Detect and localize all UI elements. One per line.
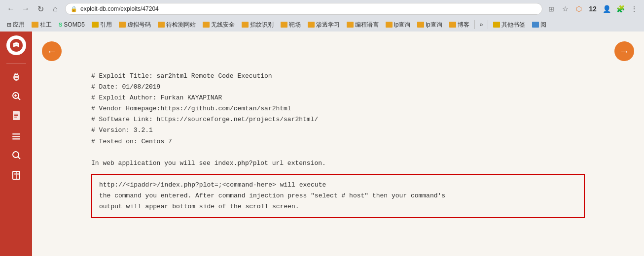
exploit-content: # Exploit Title: sar2html Remote Code Ex…: [32, 32, 644, 256]
sidebar-item-search2[interactable]: [6, 146, 26, 164]
document-icon: [11, 110, 21, 121]
bookmark-folder-icon: [242, 22, 249, 28]
somd5-icon: S: [59, 22, 62, 28]
url-text: exploit-db.com/exploits/47204: [80, 5, 159, 12]
bookmark-button[interactable]: ☆: [559, 3, 571, 15]
sidebar-item-bug[interactable]: [6, 67, 26, 85]
bookmark-programming[interactable]: 编程语言: [344, 20, 382, 30]
sidebar-item-document[interactable]: [6, 107, 26, 125]
bookmark-folder-icon: [347, 22, 354, 28]
bookmark-somd5-label: SOMD5: [64, 21, 85, 28]
svg-rect-16: [12, 136, 20, 137]
bookmark-blog-label: 博客: [458, 21, 469, 29]
bookmark-social[interactable]: 社工: [29, 20, 55, 30]
command-injection-box: http://<ipaddr>/index.php?plot=;<command…: [91, 174, 585, 218]
layers-icon: [11, 130, 22, 141]
back-button[interactable]: ←: [4, 2, 18, 16]
bookmark-virtual-label: 虚拟号码: [127, 21, 151, 29]
svg-rect-13: [14, 115, 18, 116]
svg-rect-3: [15, 77, 18, 77]
exploit-code-block: # Exploit Title: sar2html Remote Code Ex…: [91, 71, 585, 169]
bookmark-folder-icon: [119, 22, 126, 28]
bookmark-folder-icon: [203, 22, 210, 28]
bookmark-somd5[interactable]: S SOMD5: [56, 20, 88, 29]
bookmark-divider: [474, 20, 475, 29]
svg-rect-12: [14, 114, 18, 115]
profile-button[interactable]: 👤: [601, 3, 612, 15]
bookmark-ip[interactable]: ip查询: [414, 20, 445, 30]
book-icon: [11, 169, 22, 180]
bookmark-apps-label: 应用: [13, 21, 25, 29]
svg-rect-15: [12, 133, 20, 135]
bookmark-wireless[interactable]: 无线安全: [200, 20, 238, 30]
svg-rect-4: [15, 78, 18, 79]
bookmark-pentest[interactable]: 渗透学习: [305, 20, 343, 30]
apps-icon: ⊞: [7, 22, 11, 28]
lock-icon: 🔒: [71, 6, 77, 12]
bookmark-read[interactable]: 阅: [529, 20, 549, 30]
bookmark-folder-icon: [417, 22, 424, 28]
sidebar-divider: [6, 63, 26, 64]
bookmark-pending[interactable]: 待检测网站: [155, 20, 199, 30]
sidebar-logo[interactable]: [6, 35, 26, 55]
nav-right-button[interactable]: →: [614, 41, 634, 61]
bookmark-blog[interactable]: 博客: [446, 20, 472, 30]
content-area: ← → # Exploit Title: sar2html Remote Cod…: [32, 32, 644, 256]
bookmark-others-label: 其他书签: [501, 21, 525, 29]
refresh-button[interactable]: ↻: [34, 2, 47, 16]
search-magnify-icon: [11, 91, 22, 101]
extension1-button[interactable]: ⬡: [573, 3, 585, 15]
svg-rect-2: [15, 75, 18, 76]
svg-line-8: [18, 98, 20, 100]
bookmark-virtual[interactable]: 虚拟号码: [116, 20, 154, 30]
main-layout: ← → # Exploit Title: sar2html Remote Cod…: [0, 32, 644, 256]
bookmark-folder-icon: [386, 22, 393, 28]
address-bar[interactable]: 🔒 exploit-db.com/exploits/47204: [65, 3, 542, 15]
bug-icon: [11, 71, 22, 82]
bookmark-ref[interactable]: 引用: [89, 20, 115, 30]
browser-actions: ⊞ ☆ ⬡ 12 👤 🧩 ⋮: [545, 3, 640, 15]
bookmark-folder-icon: [281, 22, 287, 28]
bookmark-ref-label: 引用: [100, 21, 112, 29]
bookmark-more[interactable]: »: [477, 20, 486, 29]
bookmark-ip-label: ip查询: [426, 21, 442, 29]
bookmark-pending-label: 待检测网站: [166, 21, 196, 29]
bookmark-others[interactable]: 其他书签: [490, 20, 528, 30]
bookmark-apps[interactable]: ⊞ 应用: [4, 20, 28, 30]
bookmark-folder-icon: [493, 22, 500, 28]
bookmark-range[interactable]: 靶场: [278, 20, 304, 30]
bookmark-read-label: 阅: [540, 21, 546, 29]
bookmark-pentest-label: 渗透学习: [316, 21, 340, 29]
bookmark-folder-icon: [308, 22, 315, 28]
nav-left-button[interactable]: ←: [42, 41, 62, 61]
svg-rect-17: [12, 138, 20, 140]
forward-button[interactable]: →: [19, 2, 33, 16]
menu-button[interactable]: ⋮: [628, 3, 640, 15]
extension3-button[interactable]: 🧩: [614, 3, 626, 15]
browser-top-bar: ← → ↻ ⌂ 🔒 exploit-db.com/exploits/47204 …: [0, 0, 644, 18]
sidebar: [0, 32, 32, 256]
svg-point-18: [13, 152, 19, 158]
bookmark-other-label: ip查询: [394, 21, 410, 29]
bookmark-folder-icon: [158, 22, 165, 28]
bookmark-folder-icon: [32, 22, 38, 28]
bookmark-fingerprint[interactable]: 指纹识别: [239, 20, 277, 30]
home-button[interactable]: ⌂: [48, 2, 62, 16]
bookmark-range-label: 靶场: [289, 21, 301, 29]
bookmark-fingerprint-label: 指纹识别: [250, 21, 274, 29]
svg-point-6: [16, 73, 18, 75]
svg-rect-14: [14, 117, 17, 118]
nav-buttons: ← → ↻ ⌂: [4, 2, 62, 16]
exploit-db-logo: [9, 38, 23, 52]
bookmarks-bar: ⊞ 应用 社工 S SOMD5 引用 虚拟号码 待检测网站 无线安全: [0, 18, 644, 32]
bookmark-other[interactable]: ip查询: [383, 20, 413, 30]
screenshot-button[interactable]: ⊞: [545, 3, 557, 15]
bookmark-wireless-label: 无线安全: [211, 21, 235, 29]
extension2-button[interactable]: 12: [587, 3, 599, 15]
search2-icon: [11, 150, 22, 160]
bookmark-programming-label: 编程语言: [355, 21, 379, 29]
sidebar-item-search-magnify[interactable]: [6, 87, 26, 105]
bookmark-folder-icon: [449, 22, 456, 28]
sidebar-item-layers[interactable]: [6, 127, 26, 144]
sidebar-item-book[interactable]: [6, 166, 26, 184]
